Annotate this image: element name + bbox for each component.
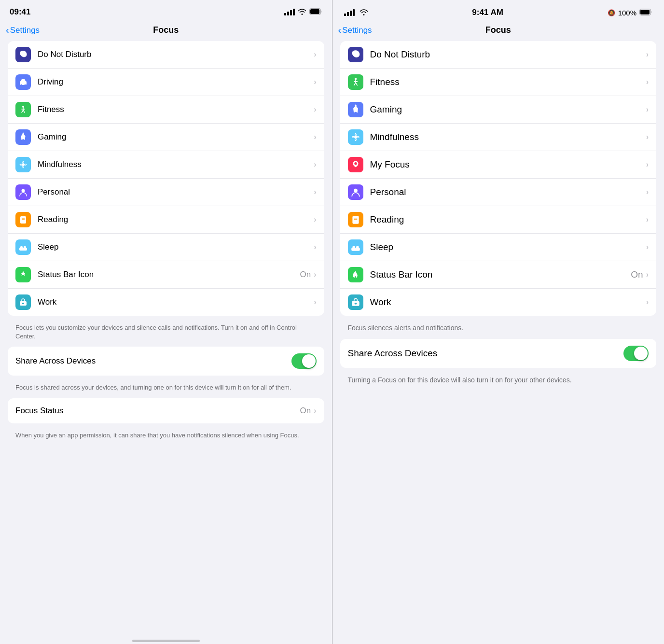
chevron-icon: › bbox=[646, 298, 649, 307]
list-item[interactable]: Gaming › bbox=[8, 124, 324, 151]
list-item[interactable]: Personal › bbox=[340, 179, 657, 206]
gaming-icon bbox=[15, 129, 31, 145]
status-time-right: 9:41 AM bbox=[472, 8, 503, 17]
item-label: Reading bbox=[370, 214, 646, 225]
chevron-icon: › bbox=[646, 188, 649, 196]
scroll-area-right: Do Not Disturb › Fitness › bbox=[332, 41, 664, 644]
list-item[interactable]: Fitness › bbox=[8, 96, 324, 124]
sleep-icon-right bbox=[348, 239, 363, 255]
signal-icon-right bbox=[344, 9, 355, 16]
svg-rect-1 bbox=[310, 9, 319, 14]
share-toggle-right[interactable] bbox=[623, 346, 649, 361]
list-item[interactable]: Work › bbox=[340, 289, 657, 316]
focus-status-description-left: When you give an app permission, it can … bbox=[8, 427, 324, 446]
chevron-icon: › bbox=[314, 243, 316, 252]
item-value: On bbox=[631, 269, 643, 280]
list-item[interactable]: Mindfulness › bbox=[340, 124, 657, 151]
home-indicator-left bbox=[0, 636, 332, 644]
status-bar-left: 09:41 bbox=[0, 0, 332, 21]
item-label: Sleep bbox=[370, 242, 646, 252]
share-toggle-left[interactable] bbox=[291, 353, 317, 369]
chevron-icon: › bbox=[314, 105, 316, 114]
list-item[interactable]: Sleep › bbox=[8, 234, 324, 261]
list-item[interactable]: Personal › bbox=[8, 179, 324, 206]
wifi-icon bbox=[298, 8, 306, 16]
focus-status-row-left[interactable]: Focus Status On › bbox=[8, 398, 324, 423]
toggle-knob-right bbox=[634, 347, 648, 360]
battery-icon-right bbox=[639, 9, 652, 17]
list-item[interactable]: Sleep › bbox=[340, 234, 657, 261]
svg-point-22 bbox=[354, 162, 357, 165]
back-button-right[interactable]: ‹ Settings bbox=[338, 25, 372, 36]
focus-description-right: Focus silences alerts and notifications. bbox=[340, 320, 657, 339]
fitness-icon-right bbox=[348, 74, 363, 90]
chevron-icon: › bbox=[314, 215, 316, 224]
home-bar-left bbox=[132, 640, 200, 642]
scroll-area-left: Do Not Disturb › Driving › bbox=[0, 41, 332, 636]
focus-list-card-left: Do Not Disturb › Driving › bbox=[8, 41, 324, 316]
chevron-icon: › bbox=[314, 270, 316, 279]
item-label: Status Bar Icon bbox=[38, 270, 300, 280]
item-label: Mindfulness bbox=[38, 160, 314, 169]
signal-icon bbox=[284, 9, 295, 15]
chevron-icon: › bbox=[646, 105, 649, 114]
svg-rect-31 bbox=[354, 303, 356, 304]
share-across-devices-card-left: Share Across Devices bbox=[8, 347, 324, 376]
item-label: Sleep bbox=[38, 242, 314, 252]
mindfulness-icon-right bbox=[348, 129, 363, 145]
chevron-icon: › bbox=[314, 133, 316, 141]
back-button-left[interactable]: ‹ Settings bbox=[6, 25, 40, 36]
phone-right: 9:41 AM 🔕 100% ‹ Settings Focus bbox=[332, 0, 664, 644]
list-item[interactable]: Status Bar Icon On › bbox=[340, 261, 657, 289]
item-label: Status Bar Icon bbox=[370, 269, 631, 280]
status-icons-right: 🔕 100% bbox=[608, 9, 652, 17]
item-label: Driving bbox=[38, 77, 314, 87]
back-label-right: Settings bbox=[342, 26, 372, 35]
list-item[interactable]: Gaming › bbox=[340, 96, 657, 124]
item-label: Work bbox=[38, 297, 314, 307]
svg-rect-13 bbox=[20, 246, 23, 248]
mindfulness-icon bbox=[15, 157, 31, 172]
list-item[interactable]: Do Not Disturb › bbox=[340, 41, 657, 69]
list-item[interactable]: Reading › bbox=[8, 206, 324, 234]
focus-list-card-right: Do Not Disturb › Fitness › bbox=[340, 41, 657, 316]
svg-point-3 bbox=[21, 84, 22, 86]
item-label: Do Not Disturb bbox=[370, 49, 646, 60]
list-item[interactable]: Do Not Disturb › bbox=[8, 41, 324, 69]
list-item[interactable]: Mindfulness › bbox=[8, 151, 324, 179]
share-across-devices-card-right: Share Across Devices bbox=[340, 339, 657, 368]
chevron-icon: › bbox=[646, 243, 649, 252]
gaming-icon-right bbox=[348, 102, 363, 117]
item-label: Fitness bbox=[38, 105, 314, 114]
list-item[interactable]: Work › bbox=[8, 289, 324, 316]
work-icon-right bbox=[348, 294, 363, 310]
svg-point-23 bbox=[354, 189, 358, 193]
silent-icon: 🔕 bbox=[608, 9, 615, 16]
chevron-icon: › bbox=[314, 160, 316, 169]
share-toggle-row-left[interactable]: Share Across Devices bbox=[8, 347, 324, 376]
list-item[interactable]: Status Bar Icon On › bbox=[8, 261, 324, 289]
list-item[interactable]: Driving › bbox=[8, 69, 324, 96]
item-label: Gaming bbox=[38, 132, 314, 142]
personal-icon-right bbox=[348, 184, 363, 200]
sleep-icon bbox=[15, 239, 31, 255]
list-item[interactable]: Reading › bbox=[340, 206, 657, 234]
svg-rect-16 bbox=[22, 303, 24, 304]
share-toggle-row-right[interactable]: Share Across Devices bbox=[340, 339, 657, 368]
svg-point-6 bbox=[23, 133, 24, 134]
svg-point-20 bbox=[355, 105, 356, 106]
item-label: Reading bbox=[38, 215, 314, 224]
list-item[interactable]: My Focus › bbox=[340, 151, 657, 179]
svg-rect-12 bbox=[19, 248, 27, 251]
share-description-right: Turning a Focus on for this device will … bbox=[340, 372, 657, 391]
chevron-icon: › bbox=[646, 50, 649, 59]
personal-icon bbox=[15, 184, 31, 200]
driving-icon bbox=[15, 74, 31, 90]
do-not-disturb-icon-right bbox=[348, 47, 363, 62]
wifi-icon-right bbox=[360, 9, 368, 17]
list-item[interactable]: Fitness › bbox=[340, 69, 657, 96]
item-label: Do Not Disturb bbox=[38, 50, 314, 59]
svg-rect-27 bbox=[351, 248, 360, 251]
nav-header-left: ‹ Settings Focus bbox=[0, 21, 332, 41]
status-bar-icon-icon-right bbox=[348, 267, 363, 282]
